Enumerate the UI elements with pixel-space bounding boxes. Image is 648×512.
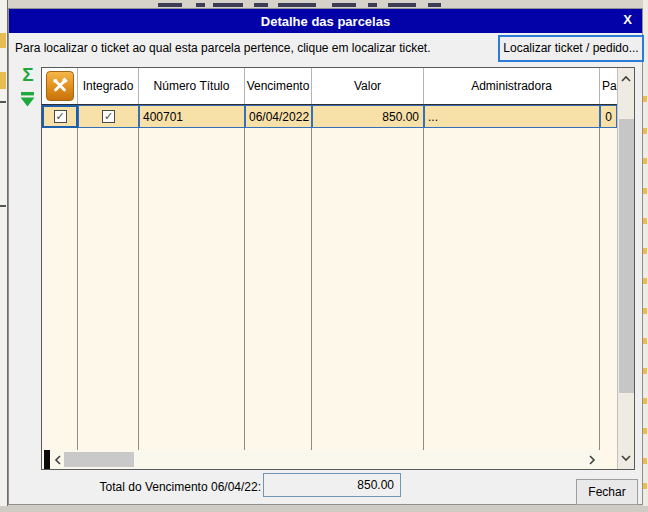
vertical-scrollbar[interactable] bbox=[617, 68, 634, 469]
instruction-text: Para localizar o ticket ao qual esta par… bbox=[15, 41, 485, 55]
scroll-up-icon[interactable] bbox=[618, 70, 634, 88]
screen: Detalhe das parcelas X Para localizar o … bbox=[0, 0, 648, 512]
column-header-valor: Valor bbox=[312, 68, 424, 104]
fechar-button[interactable]: Fechar bbox=[576, 479, 638, 505]
integrado-checkbox-checked[interactable]: ✓ bbox=[102, 110, 115, 123]
cell-numero-titulo[interactable]: 400701 bbox=[139, 105, 245, 128]
grid-header-row: Integrado Número Título Vencimento Valor… bbox=[42, 68, 617, 105]
titlebar[interactable]: Detalhe das parcelas X bbox=[9, 9, 642, 33]
background-window-sliver-left bbox=[0, 0, 8, 512]
total-vencimento-label: Total do Vencimento 06/04/22: bbox=[69, 480, 261, 494]
scrollbar-corner bbox=[600, 450, 617, 469]
cell-valor[interactable]: 850.00 bbox=[312, 105, 424, 128]
horizontal-scrollbar[interactable] bbox=[42, 450, 600, 469]
column-header-administradora: Administradora bbox=[424, 68, 600, 104]
parcelas-grid: Integrado Número Título Vencimento Valor… bbox=[41, 67, 635, 470]
column-header-integrado: Integrado bbox=[78, 68, 139, 104]
cell-parc[interactable]: 0 bbox=[600, 105, 617, 128]
background-window-sliver-right bbox=[643, 0, 648, 512]
close-icon[interactable]: X bbox=[623, 12, 632, 27]
cell-administradora[interactable]: ... bbox=[424, 105, 600, 128]
grid-tool-header-cell bbox=[42, 68, 78, 104]
scrollbar-splitter[interactable] bbox=[44, 450, 50, 469]
horizontal-scrollbar-thumb[interactable] bbox=[64, 452, 134, 467]
cell-integrado[interactable]: ✓ bbox=[78, 105, 139, 128]
background-window-sliver-bottom bbox=[0, 506, 648, 512]
column-header-vencimento: Vencimento bbox=[245, 68, 312, 104]
jump-to-last-icon[interactable] bbox=[19, 91, 37, 109]
dialog-title: Detalhe das parcelas bbox=[261, 14, 390, 29]
column-header-numero-titulo: Número Título bbox=[139, 68, 245, 104]
locate-ticket-button[interactable]: Localizar ticket / pedido... bbox=[498, 35, 644, 62]
scroll-left-icon[interactable] bbox=[51, 450, 65, 469]
sum-icon[interactable]: Σ bbox=[18, 64, 38, 86]
grid-empty-area bbox=[42, 128, 617, 450]
table-row[interactable]: ✓ ✓ 400701 06/04/2022 850.00 ... 0 bbox=[42, 105, 617, 128]
vertical-scrollbar-thumb[interactable] bbox=[619, 119, 634, 393]
cell-vencimento[interactable]: 06/04/2022 bbox=[245, 105, 312, 128]
total-vencimento-field[interactable]: 850.00 bbox=[263, 473, 401, 497]
column-header-parc: Parc bbox=[600, 68, 617, 104]
tools-icon bbox=[51, 76, 69, 97]
dialog-detalhe-das-parcelas: Detalhe das parcelas X Para localizar o … bbox=[8, 8, 643, 505]
grid-settings-button[interactable] bbox=[46, 71, 74, 101]
scroll-right-icon[interactable] bbox=[585, 450, 599, 469]
row-select-cell[interactable]: ✓ bbox=[42, 105, 78, 128]
background-window-sliver-top bbox=[0, 0, 648, 8]
row-checkbox-checked[interactable]: ✓ bbox=[54, 110, 67, 123]
scroll-down-icon[interactable] bbox=[618, 449, 634, 467]
